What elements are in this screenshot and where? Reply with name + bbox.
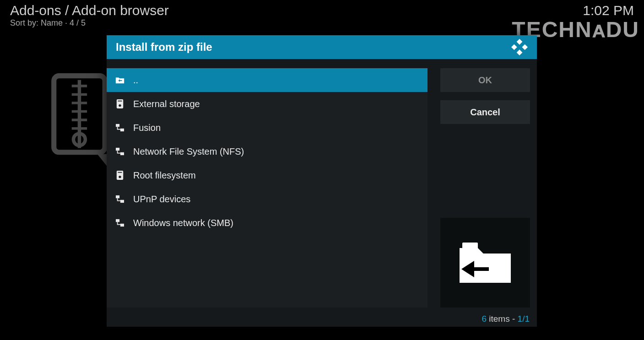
file-row-label: Root filesystem bbox=[133, 170, 196, 181]
clock: 1:02 PM bbox=[583, 3, 634, 18]
svg-rect-11 bbox=[522, 44, 528, 50]
file-row-label: .. bbox=[133, 75, 138, 86]
svg-rect-12 bbox=[517, 49, 523, 55]
file-row-parent[interactable]: .. bbox=[107, 68, 428, 92]
folder-up-icon bbox=[115, 75, 125, 85]
file-row-label: Windows network (SMB) bbox=[133, 218, 233, 228]
svg-rect-15 bbox=[118, 101, 122, 102]
status-page: 1/1 bbox=[518, 314, 530, 324]
file-row-upnp[interactable]: UPnP devices bbox=[107, 187, 428, 211]
folder-back-icon bbox=[453, 235, 517, 290]
svg-rect-27 bbox=[462, 243, 478, 249]
network-icon bbox=[115, 123, 125, 133]
dialog-title: Install from zip file bbox=[116, 41, 212, 54]
svg-rect-10 bbox=[511, 44, 517, 50]
svg-rect-18 bbox=[116, 148, 119, 151]
status-items-word: items - bbox=[487, 314, 518, 324]
svg-rect-17 bbox=[120, 129, 124, 131]
file-row-smb[interactable]: Windows network (SMB) bbox=[107, 211, 428, 235]
svg-rect-9 bbox=[517, 39, 523, 45]
network-icon bbox=[115, 194, 125, 204]
svg-rect-24 bbox=[120, 200, 124, 203]
svg-rect-19 bbox=[120, 152, 124, 155]
ok-button[interactable]: OK bbox=[440, 68, 530, 92]
dialog-header: Install from zip file bbox=[107, 35, 537, 59]
breadcrumb: Add-ons / Add-on browser bbox=[10, 3, 634, 18]
disk-icon bbox=[115, 99, 125, 109]
svg-rect-22 bbox=[118, 172, 122, 173]
status-count: 6 bbox=[482, 314, 487, 324]
svg-rect-25 bbox=[116, 219, 119, 222]
file-row-nfs[interactable]: Network File System (NFS) bbox=[107, 140, 428, 163]
svg-rect-16 bbox=[116, 124, 119, 127]
svg-point-21 bbox=[119, 176, 121, 178]
file-row-label: Fusion bbox=[133, 123, 161, 133]
network-icon bbox=[115, 146, 125, 157]
file-row-label: Network File System (NFS) bbox=[133, 146, 244, 157]
file-row-root-filesystem[interactable]: Root filesystem bbox=[107, 163, 428, 187]
file-list: .. External storage Fusion Network File … bbox=[107, 68, 428, 308]
svg-rect-23 bbox=[116, 195, 119, 198]
svg-rect-26 bbox=[120, 224, 124, 227]
file-row-label: External storage bbox=[133, 99, 200, 109]
cancel-button[interactable]: Cancel bbox=[440, 100, 530, 124]
network-icon bbox=[115, 218, 125, 228]
file-row-fusion[interactable]: Fusion bbox=[107, 116, 428, 140]
kodi-logo-icon bbox=[511, 39, 528, 55]
disk-icon bbox=[115, 170, 125, 180]
file-row-label: UPnP devices bbox=[133, 194, 190, 205]
svg-point-14 bbox=[119, 104, 121, 107]
file-row-external-storage[interactable]: External storage bbox=[107, 92, 428, 116]
install-from-zip-dialog: Install from zip file .. bbox=[107, 35, 537, 327]
dialog-side-panel: OK Cancel bbox=[440, 68, 530, 308]
preview-pane bbox=[440, 218, 530, 308]
dialog-status-bar: 6 items - 1/1 bbox=[107, 312, 537, 327]
